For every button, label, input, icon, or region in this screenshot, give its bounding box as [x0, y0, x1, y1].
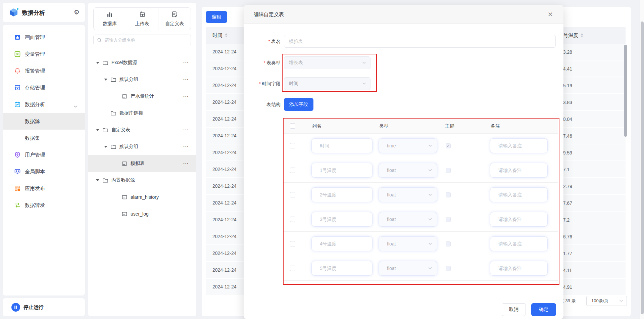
field-remark-input[interactable] — [490, 163, 548, 178]
primary-key-checkbox[interactable]: ✓ — [446, 143, 451, 148]
edit-button[interactable]: 编辑 — [206, 11, 227, 23]
tree-node-default-group-custom[interactable]: 默认分组 ··· — [88, 138, 196, 155]
sort-icon[interactable] — [225, 33, 228, 37]
row-checkbox[interactable] — [290, 241, 295, 246]
sidebar-item-app-publish[interactable]: 应用发布 — [3, 180, 85, 197]
search-icon — [97, 38, 102, 43]
upload-table-button[interactable]: 上传表 — [126, 8, 158, 30]
expand-arrow-icon[interactable] — [96, 62, 99, 64]
page-size-select[interactable]: 100条/页 — [586, 296, 627, 306]
sidebar-item-label: 数据分析 — [25, 101, 45, 108]
tree-node-default-group-excel[interactable]: 默认分组 ··· — [88, 71, 196, 88]
field-remark-input[interactable] — [490, 138, 548, 153]
tree-node-custom-tables[interactable]: 自定义表 ··· — [88, 122, 196, 138]
custom-table-icon — [171, 11, 178, 19]
page-scrollbar-thumb[interactable] — [641, 21, 644, 314]
table-name-input[interactable] — [284, 35, 556, 48]
field-type-select[interactable]: float — [379, 261, 437, 276]
field-remark-input[interactable] — [490, 236, 548, 251]
folder-icon — [110, 110, 116, 116]
sidebar-item-data-set[interactable]: 数据集 — [3, 130, 85, 146]
tree-node-mock-table[interactable]: 模拟表 ··· — [88, 155, 196, 172]
folder-icon — [102, 60, 108, 66]
primary-key-checkbox[interactable] — [446, 266, 451, 271]
field-type-select[interactable]: float — [379, 212, 437, 227]
row-checkbox[interactable] — [290, 266, 295, 271]
sidebar-item-label: 变量管理 — [25, 51, 45, 57]
database-button[interactable]: 数据库 — [94, 8, 126, 30]
table-scrollbar-thumb[interactable] — [624, 45, 627, 137]
expand-arrow-icon[interactable] — [96, 129, 99, 131]
field-remark-input[interactable] — [490, 187, 548, 202]
row-checkbox[interactable] — [290, 143, 295, 148]
tree-toolbar: 数据库 上传表 自定义表 — [93, 7, 191, 30]
sidebar-item-variable-management[interactable]: 变量管理 — [3, 46, 85, 62]
node-menu-icon[interactable]: ··· — [183, 77, 189, 82]
field-name-input[interactable] — [311, 261, 373, 276]
node-menu-icon[interactable]: ··· — [183, 161, 189, 166]
table-structure-label: 表结构 — [244, 98, 281, 111]
field-name-input[interactable] — [311, 236, 373, 251]
expand-arrow-icon[interactable] — [104, 79, 107, 81]
time-field-select[interactable]: 时间 — [284, 77, 370, 90]
close-icon[interactable]: ✕ — [546, 10, 555, 19]
chevron-down-icon — [428, 144, 432, 147]
tree-node-builtin-source[interactable]: 内置数据源 — [88, 172, 196, 189]
expand-arrow-icon[interactable] — [104, 146, 107, 148]
tree-node-user-log[interactable]: user_log — [88, 206, 196, 222]
node-menu-icon[interactable]: ··· — [183, 127, 189, 133]
field-type-select[interactable]: float — [379, 187, 437, 202]
group-search-input[interactable] — [105, 38, 191, 43]
node-menu-icon[interactable]: ··· — [183, 94, 189, 99]
field-name-input[interactable] — [311, 187, 373, 202]
settings-gear-icon[interactable]: ⚙ — [74, 8, 80, 16]
temperature-column-header: 5号温度 — [560, 27, 584, 44]
table-type-select[interactable]: 增长表 — [284, 56, 370, 69]
sort-icon[interactable] — [581, 33, 584, 37]
confirm-button[interactable]: 确定 — [531, 303, 556, 316]
sidebar-item-data-analysis[interactable]: 数据分析 — [3, 96, 85, 113]
row-checkbox[interactable] — [290, 168, 295, 173]
tree-node-excel-source[interactable]: Excel数据源 ··· — [88, 54, 196, 71]
field-name-input[interactable] — [311, 138, 373, 153]
page-scrollbar[interactable] — [640, 0, 644, 319]
sidebar-item-label: 数据源 — [25, 118, 40, 125]
add-field-button[interactable]: 添加字段 — [284, 98, 313, 111]
tree-node-alarm-history[interactable]: alarm_history — [88, 189, 196, 206]
tree-node-db-link[interactable]: 数据库链接 — [88, 105, 196, 122]
field-name-input[interactable] — [311, 212, 373, 227]
table-file-icon — [121, 161, 128, 167]
modal-title: 编辑自定义表 — [254, 5, 284, 24]
row-checkbox[interactable] — [290, 192, 295, 197]
expand-arrow-icon[interactable] — [96, 179, 99, 181]
time-field-label: 时间字段 — [244, 77, 281, 90]
sidebar-item-storage-management[interactable]: 存储管理 — [3, 79, 85, 96]
field-remark-input[interactable] — [490, 212, 548, 227]
field-type-select[interactable]: float — [379, 236, 437, 251]
field-remark-input[interactable] — [490, 261, 548, 276]
variable-management-icon — [14, 51, 21, 57]
field-type-select[interactable]: float — [379, 163, 437, 178]
sidebar-item-global-script[interactable]: 全局脚本 — [3, 163, 85, 180]
sidebar-item-label: 报警管理 — [25, 68, 45, 74]
primary-key-checkbox[interactable] — [446, 168, 451, 173]
primary-key-checkbox[interactable] — [446, 192, 451, 197]
field-type-select[interactable]: time — [379, 138, 437, 153]
row-checkbox[interactable] — [290, 217, 295, 222]
primary-key-checkbox[interactable] — [446, 241, 451, 246]
sidebar-item-data-source[interactable]: 数据源 — [3, 113, 85, 130]
select-all-checkbox[interactable] — [290, 123, 295, 129]
node-menu-icon[interactable]: ··· — [183, 144, 189, 149]
tree-node-water-stats[interactable]: 产水量统计 ··· — [88, 88, 196, 105]
sidebar-item-alarm-management[interactable]: 报警管理 — [3, 62, 85, 79]
primary-key-checkbox[interactable] — [446, 217, 451, 222]
cancel-button[interactable]: 取消 — [502, 303, 526, 316]
stop-run-button[interactable]: 停止运行 — [3, 298, 85, 316]
sidebar-item-data-forward[interactable]: 数据转发 — [3, 197, 85, 214]
sidebar-item-screen-management[interactable]: 画面管理 — [3, 29, 85, 46]
chevron-down-icon — [428, 193, 432, 196]
field-name-input[interactable] — [311, 163, 373, 178]
sidebar-item-user-management[interactable]: 用户管理 — [3, 146, 85, 163]
node-menu-icon[interactable]: ··· — [183, 60, 189, 65]
custom-table-button[interactable]: 自定义表 — [158, 8, 191, 30]
